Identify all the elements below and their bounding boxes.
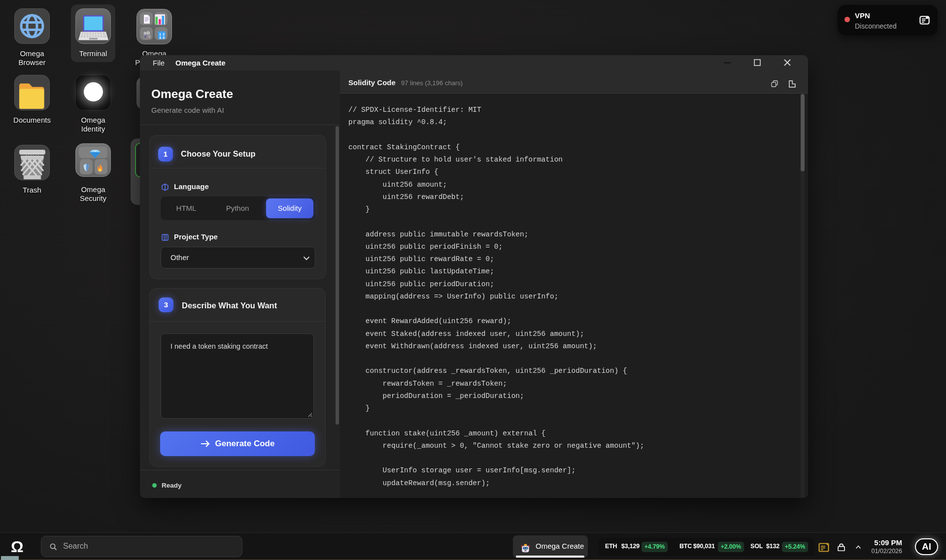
svg-text:3: 3 — [159, 35, 161, 40]
